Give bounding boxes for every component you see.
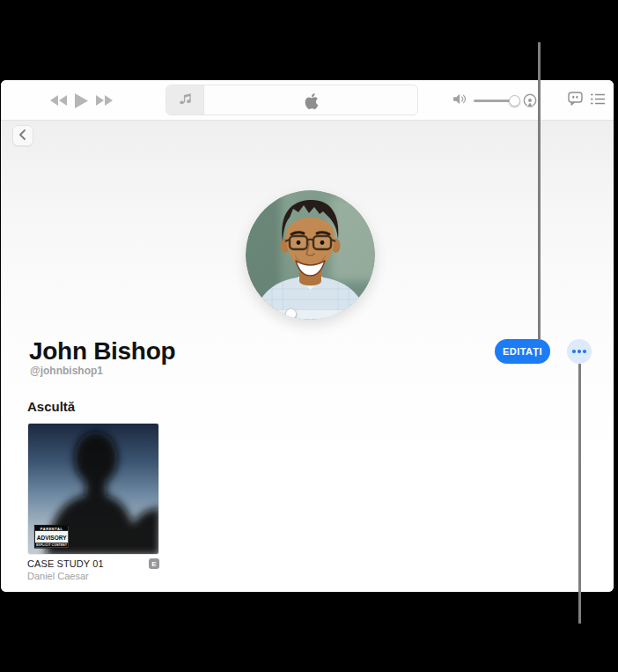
volume-controls xyxy=(453,80,538,121)
advisory-middle-text: ADVISORY xyxy=(37,535,67,541)
more-button[interactable] xyxy=(567,339,592,364)
callout-line-more-button xyxy=(578,364,581,624)
back-button[interactable] xyxy=(12,125,33,146)
rewind-button[interactable] xyxy=(50,95,67,106)
explicit-badge: E xyxy=(149,558,159,569)
lcd-display xyxy=(166,85,418,115)
photo-zoom-knob[interactable] xyxy=(285,308,297,320)
advisory-bottom-text: EXPLICIT CONTENT xyxy=(36,543,67,547)
album-artist[interactable]: Daniel Caesar xyxy=(27,571,159,581)
music-note-tab[interactable] xyxy=(166,85,204,114)
callout-line-edit-button xyxy=(538,42,541,339)
transport-controls xyxy=(50,80,113,121)
fast-forward-button[interactable] xyxy=(96,95,113,106)
toolbar xyxy=(1,80,614,121)
more-dot xyxy=(572,350,576,353)
album-card[interactable]: PARENTAL ADVISORY EXPLICIT CONTENT CASE … xyxy=(27,423,159,581)
play-button[interactable] xyxy=(75,93,88,108)
volume-slider-knob[interactable] xyxy=(509,95,520,107)
airplay-audio-icon[interactable] xyxy=(522,93,538,108)
lyrics-icon[interactable] xyxy=(568,92,583,109)
volume-slider[interactable] xyxy=(474,100,515,102)
album-title[interactable]: CASE STUDY 01 xyxy=(27,558,104,569)
apple-logo-icon xyxy=(304,92,320,114)
profile-name: John Bishop xyxy=(29,337,175,366)
photo-zoom-slider[interactable]: − + xyxy=(269,310,350,319)
more-dot xyxy=(583,350,586,353)
zoom-in-glyph: + xyxy=(342,309,347,319)
more-dot xyxy=(578,350,581,353)
profile-handle: @johnbishop1 xyxy=(30,365,103,377)
listening-section-title: Ascultă xyxy=(27,399,75,414)
advisory-top-text: PARENTAL xyxy=(40,527,63,531)
toolbar-right-icons xyxy=(568,80,605,121)
up-next-queue-icon[interactable] xyxy=(591,92,605,108)
edit-profile-button[interactable]: EDITAȚI xyxy=(495,339,550,364)
profile-page: − + John Bishop @johnbishop1 EDITAȚI Asc… xyxy=(1,121,614,592)
chevron-left-icon xyxy=(18,128,27,144)
profile-photo[interactable]: − + xyxy=(246,190,375,320)
music-app-window: − + John Bishop @johnbishop1 EDITAȚI Asc… xyxy=(1,80,614,592)
zoom-out-glyph: − xyxy=(272,309,276,319)
volume-speaker-icon xyxy=(453,92,467,108)
album-artwork[interactable]: PARENTAL ADVISORY EXPLICIT CONTENT xyxy=(27,423,159,555)
parental-advisory-label: PARENTAL ADVISORY EXPLICIT CONTENT xyxy=(34,525,68,548)
music-note-icon xyxy=(178,92,192,108)
